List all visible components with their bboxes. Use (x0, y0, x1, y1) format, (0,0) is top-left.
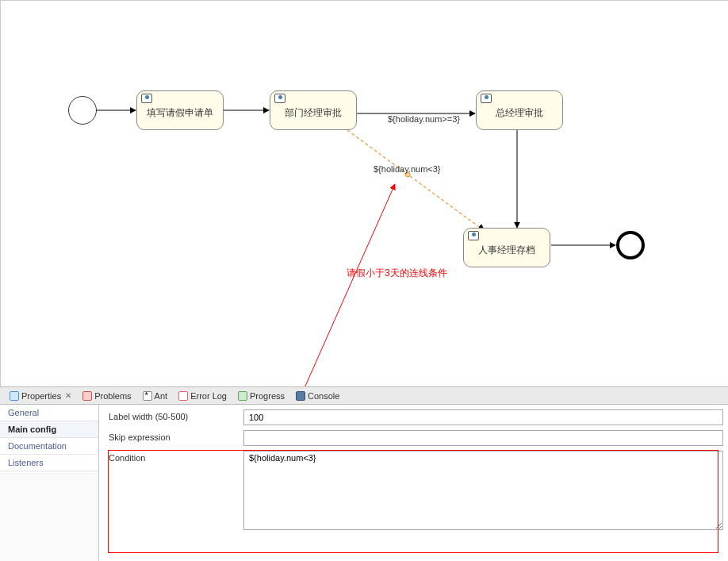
task-label: 填写请假申请单 (147, 106, 213, 120)
flow-condition-label-ge3[interactable]: ${holiday.num>=3} (388, 114, 460, 124)
diagram-canvas[interactable]: 填写请假申请单 部门经理审批 总经理审批 人事经理存档 ${holiday.nu… (0, 0, 728, 386)
user-icon (481, 94, 492, 103)
error-log-icon (178, 391, 188, 401)
field-row-skip-expression: Skip expression (99, 428, 728, 449)
user-icon (468, 231, 479, 240)
view-tab-properties[interactable]: Properties ✕ (5, 390, 76, 402)
view-tab-label: Ant (155, 391, 168, 401)
flow-condition-label-lt3[interactable]: ${holiday.num<3} (374, 164, 441, 174)
prop-tab-general[interactable]: General (0, 405, 98, 421)
task-fill-form[interactable]: 填写请假申请单 (136, 90, 224, 130)
user-icon (141, 94, 152, 103)
view-tab-ant[interactable]: Ant (138, 390, 173, 402)
view-tab-label: Problems (94, 391, 131, 401)
prop-tab-listeners[interactable]: Listeners (0, 455, 98, 471)
svg-line-3 (347, 130, 485, 231)
task-hr-archive[interactable]: 人事经理存档 (463, 228, 550, 267)
field-label: Label width (50-500) (109, 409, 243, 421)
field-label: Skip expression (109, 430, 243, 442)
svg-line-6 (272, 184, 395, 387)
property-fields: Label width (50-500) Skip expression Con… (99, 405, 728, 561)
end-event[interactable] (616, 231, 645, 259)
views-tab-bar: Properties ✕ Problems Ant Error Log Prog… (0, 387, 728, 405)
view-tab-label: Progress (250, 391, 285, 401)
view-tab-console[interactable]: Console (291, 390, 344, 402)
problems-icon (82, 391, 92, 401)
annotation-text: 请假小于3天的连线条件 (347, 267, 447, 280)
progress-icon (238, 391, 247, 401)
task-label: 人事经理存档 (478, 244, 535, 257)
flow-connectors (1, 1, 728, 387)
field-row-label-width: Label width (50-500) (99, 408, 728, 428)
properties-body: General Main config Documentation Listen… (0, 405, 728, 561)
user-icon (274, 94, 285, 103)
close-icon[interactable]: ✕ (65, 391, 71, 400)
prop-tab-main-config[interactable]: Main config (0, 421, 98, 438)
view-tab-label: Properties (21, 391, 61, 401)
task-label: 总经理审批 (496, 106, 543, 120)
view-tab-problems[interactable]: Problems (78, 390, 136, 402)
bottom-panel: Properties ✕ Problems Ant Error Log Prog… (0, 386, 728, 561)
properties-icon (10, 391, 19, 401)
label-width-input[interactable] (243, 409, 723, 425)
console-icon (296, 391, 305, 401)
view-tab-label: Console (308, 391, 339, 401)
prop-tab-documentation[interactable]: Documentation (0, 438, 98, 455)
start-event[interactable] (68, 96, 97, 125)
view-tab-progress[interactable]: Progress (233, 390, 289, 402)
field-row-condition: Condition (99, 449, 728, 533)
ant-icon (143, 391, 152, 401)
property-tabs: General Main config Documentation Listen… (0, 405, 99, 561)
view-tab-error-log[interactable]: Error Log (174, 390, 232, 402)
condition-input[interactable] (243, 451, 723, 530)
view-tab-label: Error Log (190, 391, 227, 401)
field-label: Condition (109, 451, 243, 463)
task-gm-approve[interactable]: 总经理审批 (476, 90, 563, 130)
task-dept-mgr-approve[interactable]: 部门经理审批 (270, 90, 357, 130)
task-label: 部门经理审批 (285, 106, 342, 120)
skip-expression-input[interactable] (243, 430, 723, 446)
